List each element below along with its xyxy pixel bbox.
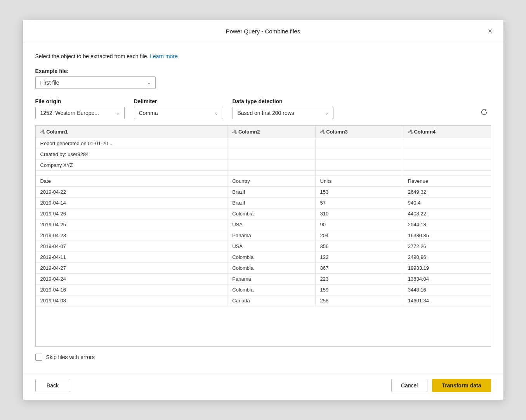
table-row: Created by: user9284 <box>36 149 491 160</box>
table-row: Company XYZ <box>36 160 491 171</box>
table-row: 2019-04-16Colombia1593448.16 <box>36 285 491 295</box>
table-cell: 2019-04-24 <box>36 274 227 285</box>
table-cell: 122 <box>315 252 403 263</box>
table-row: Report generated on 01-01-20... <box>36 138 491 149</box>
column-header-text: Column1 <box>46 129 68 135</box>
footer-right: Cancel Transform data <box>391 379 491 392</box>
table-column-header: ABC Column3 <box>315 126 403 138</box>
table-row: 2019-04-14Brazil57940.4 <box>36 198 491 208</box>
table-cell: 19933.19 <box>403 263 490 274</box>
table-cell: Units <box>315 176 403 187</box>
table-header-row: ABC Column1 ABC Column2 ABC Column3 ABC … <box>36 126 491 138</box>
skip-errors-checkbox[interactable] <box>35 354 42 361</box>
example-file-value: First file <box>40 80 59 86</box>
table-row: 2019-04-27Colombia36719933.19 <box>36 263 491 274</box>
close-button[interactable]: × <box>485 26 496 36</box>
table-column-header: ABC Column2 <box>227 126 315 138</box>
table-cell <box>403 138 490 149</box>
table-cell: Colombia <box>227 208 315 219</box>
table-cell: 2019-04-08 <box>36 295 227 306</box>
table-row: 2019-04-26Colombia3104408.22 <box>36 208 491 219</box>
table-cell: Created by: user9284 <box>36 149 227 160</box>
file-origin-value: 1252: Western Europe... <box>40 110 99 116</box>
refresh-icon <box>480 108 488 116</box>
table-cell: 2019-04-14 <box>36 198 227 208</box>
dialog-title: Power Query - Combine files <box>42 28 485 35</box>
table-cell <box>227 138 315 149</box>
table-cell: 2019-04-22 <box>36 187 227 198</box>
column-type-icon: ABC <box>232 129 237 135</box>
table-cell: 2019-04-27 <box>36 263 227 274</box>
data-type-detection-label: Data type detection <box>233 98 333 104</box>
table-cell <box>403 149 490 160</box>
table-row: 2019-04-22Brazil1532649.32 <box>36 187 491 198</box>
table-cell <box>403 171 490 176</box>
refresh-button[interactable] <box>477 105 491 119</box>
table-cell: 3448.16 <box>403 285 490 295</box>
data-type-detection-arrow-icon: ⌄ <box>325 111 328 116</box>
table-row: DateCountryUnitsRevenue <box>36 176 491 187</box>
table-column-header: ABC Column1 <box>36 126 227 138</box>
description-row: Select the object to be extracted from e… <box>35 53 491 59</box>
data-type-detection-dropdown[interactable]: Based on first 200 rows ⌄ <box>233 107 333 119</box>
table-cell <box>315 160 403 171</box>
table-cell: 159 <box>315 285 403 295</box>
table-cell: 14601.34 <box>403 295 490 306</box>
table-cell: 367 <box>315 263 403 274</box>
table-column-header: ABC Column4 <box>403 126 490 138</box>
skip-errors-row: Skip files with errors <box>35 354 491 361</box>
description-text: Select the object to be extracted from e… <box>35 53 149 59</box>
table-wrapper[interactable]: ABC Column1 ABC Column2 ABC Column3 ABC … <box>36 126 491 335</box>
data-type-detection-value: Based on first 200 rows <box>238 110 294 116</box>
file-origin-dropdown[interactable]: 1252: Western Europe... ⌄ <box>35 107 125 119</box>
table-cell: USA <box>227 219 315 230</box>
table-body: Report generated on 01-01-20...Created b… <box>36 138 491 306</box>
table-cell: Company XYZ <box>36 160 227 171</box>
options-row: File origin 1252: Western Europe... ⌄ De… <box>35 98 491 119</box>
table-cell <box>227 171 315 176</box>
table-cell: Brazil <box>227 187 315 198</box>
table-cell: Colombia <box>227 285 315 295</box>
file-origin-label: File origin <box>35 98 125 104</box>
table-row: 2019-04-08Canada25814601.34 <box>36 295 491 306</box>
table-cell: 57 <box>315 198 403 208</box>
table-cell: 4408.22 <box>403 208 490 219</box>
table-row: 2019-04-07USA3563772.26 <box>36 241 491 252</box>
cancel-button[interactable]: Cancel <box>391 379 428 392</box>
column-header-text: Column3 <box>326 129 348 135</box>
table-cell <box>36 171 227 176</box>
transform-data-button[interactable]: Transform data <box>432 379 491 392</box>
example-file-label: Example file: <box>35 68 491 74</box>
footer-left: Back <box>35 379 70 392</box>
delimiter-dropdown[interactable]: Comma ⌄ <box>134 107 223 119</box>
delimiter-label: Delimiter <box>134 98 223 104</box>
table-row: 2019-04-25USA902044.18 <box>36 219 491 230</box>
learn-more-link[interactable]: Learn more <box>150 53 178 59</box>
column-header-text: Column2 <box>238 129 260 135</box>
back-button[interactable]: Back <box>35 379 70 392</box>
table-cell: 223 <box>315 274 403 285</box>
table-cell: Panama <box>227 230 315 241</box>
table-cell: Panama <box>227 274 315 285</box>
table-cell: Country <box>227 176 315 187</box>
table-cell: 2019-04-25 <box>36 219 227 230</box>
delimiter-group: Delimiter Comma ⌄ <box>134 98 223 119</box>
skip-errors-label: Skip files with errors <box>46 354 95 360</box>
table-cell: 2019-04-11 <box>36 252 227 263</box>
column-type-icon: ABC <box>40 129 45 135</box>
column-header-text: Column4 <box>414 129 436 135</box>
table-cell <box>227 149 315 160</box>
table-cell: 940.4 <box>403 198 490 208</box>
table-row <box>36 171 491 176</box>
table-cell: 2019-04-07 <box>36 241 227 252</box>
dialog: Power Query - Combine files × Select the… <box>23 20 504 400</box>
table-cell: 356 <box>315 241 403 252</box>
table-cell: Date <box>36 176 227 187</box>
table-cell: 2019-04-26 <box>36 208 227 219</box>
table-cell: USA <box>227 241 315 252</box>
table-cell <box>403 160 490 171</box>
data-table: ABC Column1 ABC Column2 ABC Column3 ABC … <box>36 126 491 306</box>
example-file-dropdown[interactable]: First file ⌄ <box>35 76 156 89</box>
table-row: 2019-04-23Panama20416330.85 <box>36 230 491 241</box>
table-cell: Report generated on 01-01-20... <box>36 138 227 149</box>
